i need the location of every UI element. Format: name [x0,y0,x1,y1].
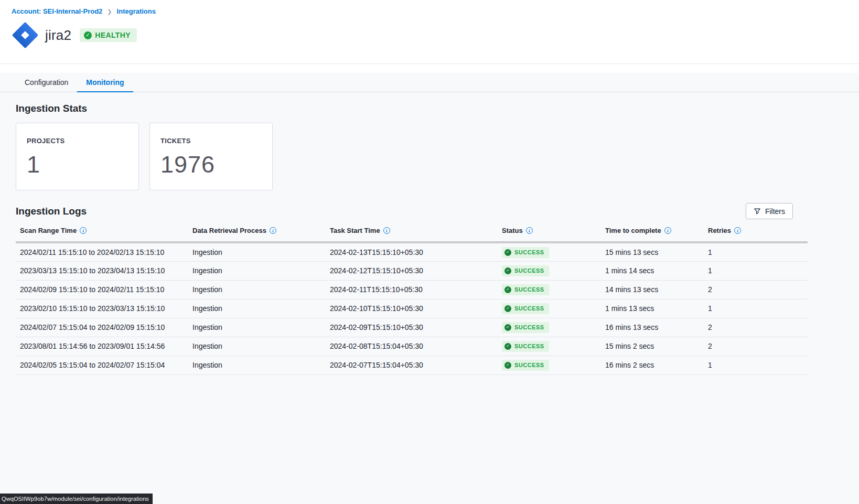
ingestion-logs-table: Scan Range Timei Data Retrieval Processi… [16,227,808,375]
stat-card-projects: PROJECTS 1 [16,123,139,190]
info-icon[interactable]: i [664,227,671,234]
column-label: Data Retrieval Process [192,227,266,234]
task-start-cell: 2024-02-13T15:15:10+05:30 [326,242,498,261]
log-row: 2024/02/09 15:15:10 to 2024/02/11 15:15:… [16,280,808,299]
info-icon[interactable]: i [270,227,276,234]
task-start-cell: 2024-02-07T15:15:04+05:30 [326,356,498,374]
status-cell: ✓SUCCESS [498,242,601,261]
stat-value: 1976 [160,151,272,178]
status-badge-label: SUCCESS [514,286,544,293]
column-label: Retries [708,227,731,234]
stat-label: PROJECTS [27,137,138,145]
process-cell: Ingestion [188,242,326,261]
retries-cell: 1 [704,356,808,374]
column-header-scan-range: Scan Range Timei [16,227,188,242]
column-label: Task Start Time [330,227,380,234]
column-header-time-to-complete: Time to completei [601,227,704,242]
task-start-cell: 2024-02-11T15:15:10+05:30 [326,280,498,299]
breadcrumb-account-link[interactable]: Account: SEI-Internal-Prod2 [12,7,102,15]
check-circle-icon: ✓ [504,286,511,293]
task-start-cell: 2024-02-10T15:15:10+05:30 [326,299,498,318]
status-badge: ✓SUCCESS [502,341,549,352]
check-circle-icon: ✓ [504,343,511,350]
stat-label: TICKETS [160,137,272,145]
status-cell: ✓SUCCESS [498,280,601,299]
chevron-right-icon: ❯ [107,8,112,15]
status-badge-label: SUCCESS [514,249,544,255]
page-title: jira2 [45,27,71,44]
check-circle-icon: ✓ [504,305,511,312]
process-cell: Ingestion [188,280,326,299]
status-cell: ✓SUCCESS [498,261,601,280]
status-cell: ✓SUCCESS [498,318,601,337]
status-badge-label: SUCCESS [514,305,544,312]
column-label: Time to complete [605,227,661,234]
column-header-status: Statusi [498,227,601,242]
time-to-complete-cell: 1 mins 13 secs [601,299,704,318]
status-badge: ✓SUCCESS [502,303,549,314]
retries-cell: 1 [704,261,808,280]
process-cell: Ingestion [188,261,326,280]
scan-range-cell: 2023/02/10 15:15:10 to 2023/03/13 15:15:… [16,299,188,318]
status-cell: ✓SUCCESS [498,299,601,318]
scan-range-cell: 2024/02/11 15:15:10 to 2024/02/13 15:15:… [16,242,188,261]
health-status-badge: ✓ HEALTHY [80,28,137,42]
task-start-cell: 2024-02-12T15:15:10+05:30 [326,261,498,280]
scan-range-cell: 2024/02/09 15:15:10 to 2024/02/11 15:15:… [16,280,188,299]
tab-configuration[interactable]: Configuration [16,72,77,92]
status-badge: ✓SUCCESS [502,265,549,276]
stat-cards-row: PROJECTS 1 TICKETS 1976 [16,123,843,190]
info-icon[interactable]: i [383,227,390,234]
retries-cell: 2 [704,280,808,299]
breadcrumb-integrations-link[interactable]: Integrations [117,7,156,15]
check-circle-icon: ✓ [504,362,511,369]
breadcrumb: Account: SEI-Internal-Prod2 ❯ Integratio… [12,7,859,15]
stat-value: 1 [27,151,138,178]
info-icon[interactable]: i [526,227,533,234]
tab-bar: Configuration Monitoring [0,73,859,92]
status-badge-label: SUCCESS [514,324,544,330]
tab-monitoring[interactable]: Monitoring [77,72,133,92]
column-header-process: Data Retrieval Processi [188,227,326,242]
column-header-task-start: Task Start Timei [326,227,498,242]
status-badge: ✓SUCCESS [502,247,549,258]
log-row: 2023/02/10 15:15:10 to 2023/03/13 15:15:… [16,299,808,318]
ingestion-stats-title: Ingestion Stats [16,103,843,114]
process-cell: Ingestion [188,337,326,356]
health-badge-label: HEALTHY [95,31,131,39]
time-to-complete-cell: 16 mins 2 secs [601,356,704,374]
status-badge-label: SUCCESS [514,267,544,274]
status-bar-url-tooltip: QwqOSIIWp9ob7w/module/sei/configuration/… [0,494,153,504]
time-to-complete-cell: 16 mins 13 secs [601,318,704,337]
page-header: Account: SEI-Internal-Prod2 ❯ Integratio… [0,0,859,64]
log-row: 2023/08/01 15:14:56 to 2023/09/01 15:14:… [16,337,808,356]
task-start-cell: 2024-02-08T15:15:04+05:30 [326,337,498,356]
check-circle-icon: ✓ [84,31,92,39]
time-to-complete-cell: 15 mins 2 secs [601,337,704,356]
status-badge-label: SUCCESS [514,362,544,368]
header-gap [0,64,859,73]
ingestion-logs-header-row: Ingestion Logs Filters [16,203,808,219]
ingestion-logs-section: Ingestion Logs Filters Scan Range Timei … [0,190,859,375]
info-icon[interactable]: i [80,227,87,234]
status-badge: ✓SUCCESS [502,360,549,371]
retries-cell: 2 [704,337,808,356]
check-circle-icon: ✓ [504,249,511,256]
column-label: Scan Range Time [20,227,77,234]
info-icon[interactable]: i [734,227,741,234]
column-label: Status [502,227,523,234]
integration-title-row: jira2 ✓ HEALTHY [12,22,859,49]
process-cell: Ingestion [188,318,326,337]
logs-table-body: 2024/02/11 15:15:10 to 2024/02/13 15:15:… [16,242,808,374]
jira-logo-icon [12,22,39,49]
retries-cell: 1 [704,242,808,261]
status-cell: ✓SUCCESS [498,356,601,374]
status-badge: ✓SUCCESS [502,284,549,295]
filters-button-label: Filters [765,207,785,216]
check-circle-icon: ✓ [504,267,511,274]
time-to-complete-cell: 1 mins 14 secs [601,261,704,280]
log-row: 2024/02/05 15:15:04 to 2024/02/07 15:15:… [16,356,808,374]
filters-button[interactable]: Filters [746,203,793,219]
monitoring-content: Configuration Monitoring Ingestion Stats… [0,73,859,375]
ingestion-logs-title: Ingestion Logs [16,206,87,217]
